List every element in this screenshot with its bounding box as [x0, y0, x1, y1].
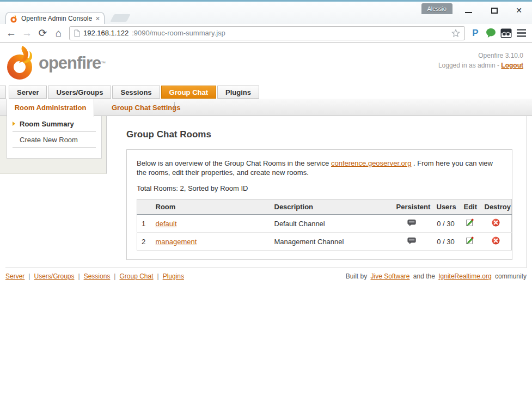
- openfire-header: openfire ™ Openfire 3.10.0 Logged in as …: [0, 43, 532, 85]
- main-panel: Group Chat Rooms Below is an overview of…: [107, 116, 527, 260]
- footer-link-group-chat[interactable]: Group Chat: [119, 272, 153, 280]
- browser-menu-icon[interactable]: [513, 26, 529, 41]
- logout-link[interactable]: Logout: [501, 62, 523, 69]
- url-host: 192.168.1.122: [83, 29, 129, 37]
- page-footer: Server|Users/Groups|Sessions|Group Chat|…: [5, 268, 527, 280]
- room-description: Management Channel: [270, 233, 392, 251]
- content-area: Room Summary Create New Room Group Chat …: [0, 116, 532, 268]
- document-icon: [74, 29, 80, 37]
- tab-title: Openfire Admin Console:: [21, 15, 92, 22]
- persistent-cell: [392, 215, 432, 233]
- openfire-flame-icon: [5, 46, 38, 81]
- window-minimize-button[interactable]: [460, 4, 477, 16]
- openfire-wordmark: openfire: [39, 53, 101, 73]
- nav-edge-stub: [0, 86, 6, 99]
- col-persistent: Persistent: [392, 199, 432, 215]
- sidebar-item-room-summary[interactable]: Room Summary: [13, 116, 96, 132]
- page-title: Group Chat Rooms: [126, 129, 527, 140]
- footer-link-users-groups[interactable]: Users/Groups: [34, 272, 74, 280]
- row-number: 1: [137, 215, 151, 233]
- tab-plugins[interactable]: Plugins: [217, 86, 259, 99]
- tab-sessions[interactable]: Sessions: [112, 86, 160, 99]
- intro-text-before: Below is an overview of the Group Chat R…: [137, 159, 329, 167]
- extension-chat-bubble-icon[interactable]: [483, 26, 498, 41]
- row-number: 2: [137, 233, 151, 251]
- tab-server[interactable]: Server: [9, 86, 47, 99]
- window-close-button[interactable]: ✕: [510, 4, 528, 16]
- sidebar-item-label: Create New Room: [20, 136, 78, 144]
- footer-separator: |: [78, 272, 80, 280]
- content-right-border: [527, 116, 527, 268]
- built-by-text: and the: [413, 272, 435, 280]
- active-item-arrow-icon: [13, 122, 15, 126]
- url-path: :9090/muc-room-summary.jsp: [132, 29, 225, 37]
- footer-separator: |: [114, 272, 115, 280]
- jive-software-link[interactable]: Jive Software: [370, 272, 409, 280]
- tab-group-chat[interactable]: Group Chat: [161, 86, 217, 99]
- room-link[interactable]: default: [156, 220, 177, 228]
- subtab-room-administration[interactable]: Room Administration: [7, 99, 94, 117]
- footer-link-server[interactable]: Server: [5, 272, 25, 280]
- table-row: 2 management Management Channel 0 / 30: [137, 233, 512, 251]
- room-users: 0 / 30: [432, 215, 460, 233]
- intro-paragraph: Below is an overview of the Group Chat R…: [137, 159, 502, 177]
- version-label: Openfire 3.10.0: [438, 51, 523, 60]
- sidebar-item-label: Room Summary: [20, 120, 74, 128]
- bookmark-star-icon[interactable]: [451, 29, 460, 38]
- subtab-group-chat-settings[interactable]: Group Chat Settings: [102, 99, 190, 116]
- col-num: [137, 199, 151, 215]
- subnav-separator: [174, 102, 175, 112]
- home-icon[interactable]: ⌂: [51, 26, 66, 41]
- openfire-favicon-icon: [10, 15, 18, 23]
- address-bar[interactable]: 192.168.1.122 :9090/muc-room-summary.jsp: [69, 26, 465, 40]
- window-maximize-button[interactable]: [486, 4, 503, 16]
- extension-p-icon[interactable]: P: [468, 26, 483, 41]
- sidebar: Room Summary Create New Room: [0, 116, 107, 174]
- browser-tab[interactable]: Openfire Admin Console: ✕: [5, 12, 105, 25]
- persistent-chat-icon: [407, 219, 417, 227]
- sub-nav: Room Administration Group Chat Settings: [0, 99, 532, 116]
- rooms-table: Room Description Persistent Users Edit D…: [137, 199, 512, 251]
- login-status: Logged in as admin -: [438, 62, 499, 69]
- persistent-cell: [392, 233, 432, 251]
- tab-users-groups[interactable]: Users/Groups: [48, 86, 111, 99]
- table-row: 1 default Default Channel 0 / 30: [137, 215, 512, 233]
- col-description: Description: [270, 199, 392, 215]
- extension-binoculars-icon[interactable]: [498, 26, 513, 41]
- tab-close-icon[interactable]: ✕: [95, 15, 100, 22]
- profile-name-badge[interactable]: Alessio: [421, 3, 452, 14]
- sidebar-item-create-new-room[interactable]: Create New Room: [13, 132, 96, 148]
- room-users: 0 / 30: [432, 233, 460, 251]
- openfire-logo: openfire ™: [5, 46, 106, 81]
- minimize-icon: [465, 12, 472, 13]
- reload-icon[interactable]: ⟳: [35, 26, 51, 41]
- footer-link-plugins[interactable]: Plugins: [163, 272, 184, 280]
- content-box: Below is an overview of the Group Chat R…: [126, 149, 512, 260]
- room-link[interactable]: management: [156, 238, 197, 246]
- footer-separator: |: [28, 272, 30, 280]
- back-icon[interactable]: ←: [3, 26, 19, 41]
- edit-icon[interactable]: [466, 237, 474, 245]
- col-destroy: Destroy: [480, 199, 512, 215]
- new-tab-button[interactable]: [110, 14, 130, 22]
- browser-titlebar: Openfire Admin Console: ✕ Alessio ✕: [0, 0, 532, 24]
- built-by-text: Built by: [346, 272, 367, 280]
- footer-separator: |: [157, 272, 159, 280]
- browser-toolbar: ← → ⟳ ⌂ 192.168.1.122 :9090/muc-room-sum…: [0, 24, 532, 43]
- sidebar-panel: Room Summary Create New Room: [7, 116, 102, 159]
- total-rooms-line: Total Rooms: 2, Sorted by Room ID: [137, 184, 502, 192]
- room-description: Default Channel: [270, 215, 392, 233]
- edit-icon[interactable]: [466, 219, 474, 227]
- main-nav: Server Users/Groups Sessions Group Chat …: [0, 85, 532, 99]
- col-edit: Edit: [460, 199, 480, 215]
- service-link[interactable]: conference.geoserver.org: [331, 159, 411, 167]
- col-room: Room: [151, 199, 270, 215]
- destroy-icon[interactable]: [492, 219, 500, 227]
- footer-link-sessions[interactable]: Sessions: [84, 272, 111, 280]
- col-users: Users: [432, 199, 460, 215]
- persistent-chat-icon: [407, 237, 417, 245]
- igniterealtime-link[interactable]: IgniteRealtime.org: [438, 272, 491, 280]
- built-by-text: community: [495, 272, 527, 280]
- forward-icon[interactable]: →: [19, 26, 35, 41]
- destroy-icon[interactable]: [492, 237, 500, 245]
